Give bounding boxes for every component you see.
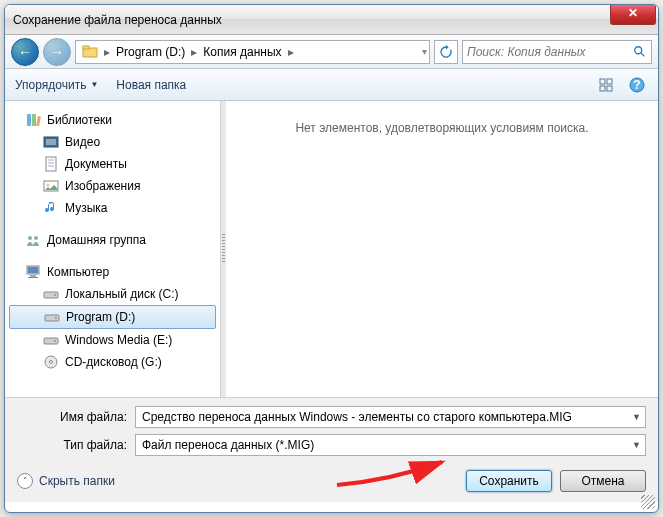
music-icon — [43, 200, 59, 216]
help-button[interactable]: ? — [626, 74, 648, 96]
svg-point-34 — [50, 361, 53, 364]
refresh-icon — [439, 45, 453, 59]
dropdown-arrow-icon: ▼ — [90, 80, 98, 89]
back-button[interactable]: ← — [11, 38, 39, 66]
svg-rect-11 — [32, 114, 36, 126]
tree-label: Изображения — [65, 179, 140, 193]
svg-line-3 — [641, 52, 645, 56]
close-button[interactable]: ✕ — [610, 5, 656, 25]
content-area: Библиотеки Видео Документы Изображения М… — [5, 101, 658, 397]
svg-rect-15 — [46, 157, 56, 171]
back-arrow-icon: ← — [18, 44, 32, 60]
view-options-button[interactable] — [596, 74, 618, 96]
bottom-panel: Имя файла: Средство переноса данных Wind… — [5, 397, 658, 502]
tree-video[interactable]: Видео — [5, 131, 220, 153]
computer-icon — [25, 264, 41, 280]
svg-point-28 — [54, 294, 56, 296]
tree-drive-d[interactable]: Program (D:) — [9, 305, 216, 329]
empty-message: Нет элементов, удовлетворяющих условиям … — [295, 121, 588, 135]
filetype-select[interactable]: Файл переноса данных (*.MIG) ▼ — [135, 434, 646, 456]
chevron-right-icon: ▸ — [191, 45, 197, 59]
organize-label: Упорядочить — [15, 78, 86, 92]
tree-label: CD-дисковод (G:) — [65, 355, 162, 369]
svg-point-32 — [54, 340, 56, 342]
tree-homegroup[interactable]: Домашняя группа — [5, 229, 220, 251]
svg-point-20 — [47, 184, 50, 187]
organize-menu[interactable]: Упорядочить ▼ — [15, 78, 98, 92]
svg-rect-26 — [28, 277, 38, 278]
drive-icon — [43, 286, 59, 302]
search-icon[interactable] — [633, 45, 647, 59]
video-icon — [43, 134, 59, 150]
titlebar: Сохранение файла переноса данных ✕ — [5, 5, 658, 35]
refresh-button[interactable] — [434, 40, 458, 64]
tree-libraries[interactable]: Библиотеки — [5, 109, 220, 131]
images-icon — [43, 178, 59, 194]
dropdown-arrow-icon[interactable]: ▼ — [632, 412, 641, 422]
libraries-icon — [25, 112, 41, 128]
tree-drive-c[interactable]: Локальный диск (C:) — [5, 283, 220, 305]
tree-documents[interactable]: Документы — [5, 153, 220, 175]
hide-folders-toggle[interactable]: ˄ Скрыть папки — [17, 473, 115, 489]
forward-arrow-icon: → — [50, 44, 64, 60]
tree-computer[interactable]: Компьютер — [5, 261, 220, 283]
search-input[interactable] — [467, 45, 633, 59]
new-folder-button[interactable]: Новая папка — [116, 78, 186, 92]
help-icon: ? — [629, 77, 645, 93]
file-list-pane[interactable]: Нет элементов, удовлетворяющих условиям … — [226, 101, 658, 397]
window-title: Сохранение файла переноса данных — [13, 13, 222, 27]
save-dialog-window: Сохранение файла переноса данных ✕ ← → ▸… — [4, 4, 659, 513]
svg-rect-12 — [36, 116, 41, 126]
document-icon — [43, 156, 59, 172]
svg-rect-4 — [600, 79, 605, 84]
tree-label: Документы — [65, 157, 127, 171]
tree-label: Компьютер — [47, 265, 109, 279]
breadcrumb-folder[interactable]: Копия данных — [199, 43, 285, 61]
tree-label: Домашняя группа — [47, 233, 146, 247]
chevron-up-icon: ˄ — [17, 473, 33, 489]
tree-label: Видео — [65, 135, 100, 149]
svg-point-22 — [34, 236, 38, 240]
address-bar[interactable]: ▸ Program (D:) ▸ Копия данных ▸ ▾ — [75, 40, 430, 64]
drive-icon — [44, 309, 60, 325]
filetype-value: Файл переноса данных (*.MIG) — [142, 438, 314, 452]
svg-rect-25 — [30, 275, 36, 277]
svg-rect-7 — [607, 86, 612, 91]
tree-drive-e[interactable]: Windows Media (E:) — [5, 329, 220, 351]
svg-rect-1 — [83, 46, 89, 49]
filename-value: Средство переноса данных Windows - элеме… — [142, 410, 572, 424]
svg-point-30 — [55, 317, 57, 319]
svg-rect-6 — [600, 86, 605, 91]
address-dropdown-icon[interactable]: ▾ — [422, 46, 427, 57]
tree-label: Program (D:) — [66, 310, 135, 324]
forward-button[interactable]: → — [43, 38, 71, 66]
cancel-button[interactable]: Отмена — [560, 470, 646, 492]
tree-label: Библиотеки — [47, 113, 112, 127]
homegroup-icon — [25, 232, 41, 248]
filename-label: Имя файла: — [17, 410, 127, 424]
tree-drive-g[interactable]: CD-дисковод (G:) — [5, 351, 220, 373]
tree-label: Локальный диск (C:) — [65, 287, 179, 301]
svg-point-21 — [28, 236, 32, 240]
save-button[interactable]: Сохранить — [466, 470, 552, 492]
chevron-right-icon: ▸ — [104, 45, 110, 59]
svg-point-2 — [635, 46, 642, 53]
dropdown-arrow-icon[interactable]: ▼ — [632, 440, 641, 450]
filename-input[interactable]: Средство переноса данных Windows - элеме… — [135, 406, 646, 428]
resize-grip[interactable] — [641, 495, 655, 509]
tree-label: Windows Media (E:) — [65, 333, 172, 347]
hide-folders-label: Скрыть папки — [39, 474, 115, 488]
view-icon — [599, 78, 615, 92]
svg-rect-14 — [46, 139, 56, 145]
cd-drive-icon — [43, 354, 59, 370]
tree-images[interactable]: Изображения — [5, 175, 220, 197]
tree-music[interactable]: Музыка — [5, 197, 220, 219]
breadcrumb-drive[interactable]: Program (D:) — [112, 43, 189, 61]
toolbar: Упорядочить ▼ Новая папка ? — [5, 69, 658, 101]
search-box[interactable] — [462, 40, 652, 64]
folder-icon — [82, 44, 98, 60]
navigation-tree[interactable]: Библиотеки Видео Документы Изображения М… — [5, 101, 221, 397]
drive-icon — [43, 332, 59, 348]
svg-rect-5 — [607, 79, 612, 84]
svg-text:?: ? — [633, 78, 640, 92]
